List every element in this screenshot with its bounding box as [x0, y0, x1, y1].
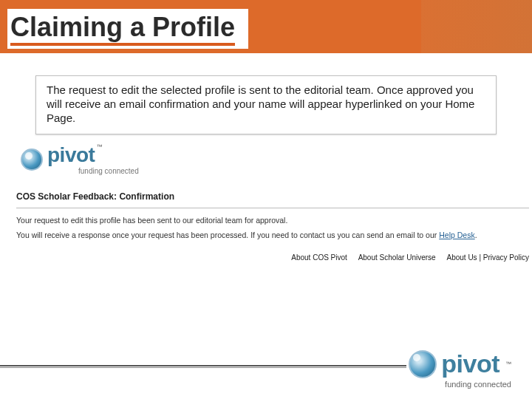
divider	[16, 208, 529, 208]
bottom-rule	[0, 365, 406, 368]
feedback-line2-prefix: You will receive a response once your re…	[16, 231, 439, 239]
trademark-icon: ™	[96, 143, 102, 150]
explain-box: The request to edit the selected profile…	[35, 75, 497, 134]
pivot-circle-icon	[21, 149, 43, 171]
pivot-logo-large: pivot™ funding connected	[404, 349, 511, 389]
feedback-line2: You will receive a response once your re…	[16, 231, 529, 241]
pivot-logo-small: pivot™ funding connected	[21, 143, 529, 175]
pivot-wordmark: pivot	[441, 349, 499, 378]
feedback-line2-suffix: .	[475, 231, 477, 239]
title-underline	[10, 43, 235, 46]
footer-link-cos[interactable]: About COS Pivot	[291, 253, 347, 262]
pivot-wordmark: pivot	[47, 143, 95, 166]
banner-decor	[421, 0, 532, 53]
pivot-tagline: funding connected	[404, 380, 511, 389]
pivot-tagline: funding connected	[78, 167, 139, 175]
feedback-line1: Your request to edit this profile has be…	[16, 216, 529, 226]
screenshot-region: pivot™ funding connected COS Scholar Fee…	[16, 143, 529, 262]
pivot-circle-icon	[409, 350, 437, 378]
footer-link-scholar[interactable]: About Scholar Universe	[358, 253, 436, 262]
footer-link-about[interactable]: About Us | Privacy Policy	[446, 253, 529, 262]
screenshot-footer: About COS Pivot About Scholar Universe A…	[16, 253, 529, 262]
help-desk-link[interactable]: Help Desk	[439, 231, 474, 239]
page-title: Claiming a Profile	[10, 13, 235, 41]
trademark-icon: ™	[505, 361, 511, 367]
feedback-heading: COS Scholar Feedback: Confirmation	[16, 191, 529, 202]
title-plate: Claiming a Profile	[7, 9, 248, 49]
explain-text: The request to edit the selected profile…	[47, 83, 485, 125]
